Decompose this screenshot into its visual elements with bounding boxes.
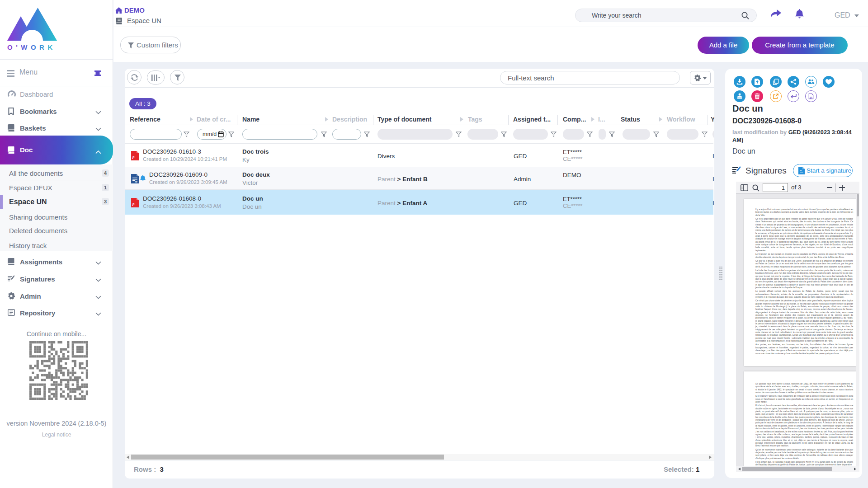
svg-text:w: w (135, 180, 137, 183)
svg-text:p: p (132, 202, 135, 206)
svg-text:p: p (132, 155, 135, 159)
svg-text:O'WORK: O'WORK (7, 43, 56, 51)
